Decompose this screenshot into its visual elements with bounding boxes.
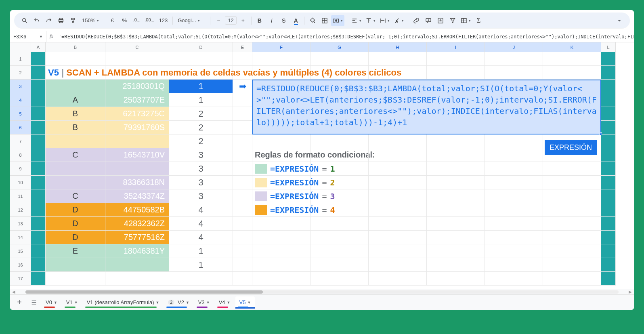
cell-L9[interactable] bbox=[601, 162, 616, 176]
cell-H13[interactable] bbox=[369, 217, 427, 231]
cell-B16[interactable] bbox=[46, 258, 105, 272]
cell-K15[interactable] bbox=[543, 244, 601, 258]
cell-G12[interactable] bbox=[310, 203, 369, 217]
cell-D9[interactable]: 3 bbox=[169, 162, 233, 176]
cell-G7[interactable] bbox=[310, 134, 369, 148]
cell-J13[interactable] bbox=[485, 217, 543, 231]
cell-J15[interactable] bbox=[485, 244, 543, 258]
cell-F9[interactable]: =EXPRESIÓN = 1 bbox=[252, 162, 310, 176]
rotate-button[interactable]: A bbox=[392, 15, 405, 26]
cell-E9[interactable] bbox=[233, 162, 252, 176]
cell-A16[interactable] bbox=[31, 258, 46, 272]
cell-L1[interactable] bbox=[601, 52, 616, 66]
chevron-down-icon[interactable]: ▼ bbox=[186, 300, 189, 305]
cell-B12[interactable]: D bbox=[46, 203, 105, 217]
cell-A5[interactable] bbox=[31, 107, 46, 121]
cell-L13[interactable] bbox=[601, 217, 616, 231]
row-header-5[interactable]: 5 bbox=[10, 107, 31, 121]
chevron-down-icon[interactable]: ▼ bbox=[74, 300, 78, 305]
column-header-A[interactable]: A bbox=[31, 42, 46, 52]
cell-L6[interactable] bbox=[601, 121, 616, 134]
horizontal-scrollbar[interactable]: ◀ ▶ bbox=[10, 289, 634, 294]
cell-C10[interactable]: 83366318N bbox=[105, 176, 169, 189]
cell-L5[interactable] bbox=[601, 107, 616, 121]
cell-F8[interactable]: Reglas de formato condicional: bbox=[252, 148, 310, 162]
row-header-3[interactable]: 3 bbox=[10, 80, 31, 93]
cell-F14[interactable] bbox=[252, 231, 310, 244]
cell-B3[interactable] bbox=[46, 80, 105, 93]
cell-E15[interactable] bbox=[233, 244, 252, 258]
cell-C11[interactable]: 35243374Z bbox=[105, 189, 169, 203]
cell-C13[interactable]: 42832362Z bbox=[105, 217, 169, 231]
cell-I8[interactable] bbox=[427, 148, 485, 162]
sheet-tab-V1[interactable]: V1 ▼ bbox=[62, 296, 82, 309]
cell-D10[interactable]: 3 bbox=[169, 176, 233, 189]
chevron-down-icon[interactable]: ▼ bbox=[206, 300, 210, 305]
cell-A9[interactable] bbox=[31, 162, 46, 176]
cell-B6[interactable]: B bbox=[46, 121, 105, 134]
cell-J1[interactable] bbox=[485, 52, 543, 66]
cell-E6[interactable] bbox=[233, 121, 252, 134]
cell-E7[interactable] bbox=[233, 134, 252, 148]
cell-J8[interactable] bbox=[485, 148, 543, 162]
cell-L4[interactable] bbox=[601, 93, 616, 107]
row-header-6[interactable]: 6 bbox=[10, 121, 31, 134]
cell-B2[interactable]: V5 | SCAN + LAMBDA con memoria de celdas… bbox=[46, 66, 105, 80]
cell-C3[interactable]: 25180301Q bbox=[105, 80, 169, 93]
cell-D8[interactable]: 3 bbox=[169, 148, 233, 162]
cell-G13[interactable] bbox=[310, 217, 369, 231]
search-icon[interactable] bbox=[19, 15, 30, 26]
row-header-1[interactable]: 1 bbox=[10, 52, 31, 66]
cell-J7[interactable] bbox=[485, 134, 543, 148]
undo-icon[interactable] bbox=[31, 15, 42, 26]
fill-color-button[interactable] bbox=[307, 15, 318, 26]
link-icon[interactable] bbox=[411, 15, 422, 26]
toolbar-more-button[interactable] bbox=[614, 15, 625, 26]
cell-E17[interactable] bbox=[233, 272, 252, 286]
cell-E1[interactable] bbox=[233, 52, 252, 66]
bold-button[interactable]: B bbox=[254, 15, 265, 26]
chevron-down-icon[interactable]: ▼ bbox=[227, 300, 231, 305]
cell-B13[interactable]: D bbox=[46, 217, 105, 231]
cell-D12[interactable]: 4 bbox=[169, 203, 233, 217]
cell-H1[interactable] bbox=[369, 52, 427, 66]
cell-E3[interactable]: ➡ bbox=[233, 80, 252, 93]
cell-J9[interactable] bbox=[485, 162, 543, 176]
add-sheet-button[interactable]: + bbox=[13, 296, 26, 309]
cell-H17[interactable] bbox=[369, 272, 427, 286]
cell-C5[interactable]: 62173275C bbox=[105, 107, 169, 121]
sheet-tab-V5[interactable]: V5 ▼ bbox=[235, 296, 255, 309]
cell-K9[interactable] bbox=[543, 162, 601, 176]
cell-A10[interactable] bbox=[31, 176, 46, 189]
number-format-button[interactable]: 123 bbox=[157, 15, 170, 26]
cell-A2[interactable] bbox=[31, 66, 46, 80]
cell-I2[interactable] bbox=[427, 66, 485, 80]
cell-A15[interactable] bbox=[31, 244, 46, 258]
cell-L10[interactable] bbox=[601, 176, 616, 189]
cell-C7[interactable] bbox=[105, 134, 169, 148]
cell-A4[interactable] bbox=[31, 93, 46, 107]
cell-C1[interactable] bbox=[105, 52, 169, 66]
cell-I11[interactable] bbox=[427, 189, 485, 203]
cell-L7[interactable] bbox=[601, 134, 616, 148]
cell-I17[interactable] bbox=[427, 272, 485, 286]
column-header-D[interactable]: D bbox=[169, 42, 233, 52]
column-header-C[interactable]: C bbox=[105, 42, 169, 52]
cell-F7[interactable] bbox=[252, 134, 310, 148]
cell-B4[interactable]: A bbox=[46, 93, 105, 107]
currency-button[interactable]: € bbox=[107, 15, 118, 26]
scroll-right-icon[interactable]: ▶ bbox=[627, 290, 634, 294]
cell-A14[interactable] bbox=[31, 231, 46, 244]
decrease-decimal-button[interactable]: .0← bbox=[131, 15, 142, 26]
borders-button[interactable] bbox=[319, 15, 330, 26]
cell-D16[interactable]: 1 bbox=[169, 258, 233, 272]
sheet-tab-V1-(desarrollo-ArrayFormula)[interactable]: V1 (desarrollo ArrayFormula) ▼ bbox=[83, 296, 164, 309]
cell-G17[interactable] bbox=[310, 272, 369, 286]
cell-J2[interactable] bbox=[485, 66, 543, 80]
cell-K10[interactable] bbox=[543, 176, 601, 189]
cell-L17[interactable] bbox=[601, 272, 616, 286]
cell-D7[interactable]: 2 bbox=[169, 134, 233, 148]
cell-D4[interactable]: 1 bbox=[169, 93, 233, 107]
cell-F15[interactable] bbox=[252, 244, 310, 258]
row-header-2[interactable]: 2 bbox=[10, 66, 31, 80]
